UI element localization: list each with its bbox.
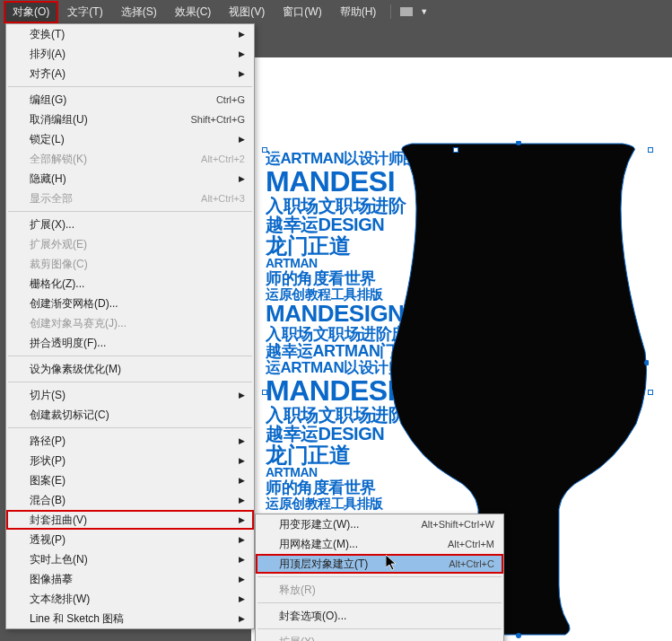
menu-item: 裁剪图像(C) xyxy=(6,254,254,274)
menu-item[interactable]: 图像描摹▶ xyxy=(6,569,254,589)
menu-type[interactable]: 文字(T) xyxy=(58,1,111,23)
submenu-arrow-icon: ▶ xyxy=(239,594,245,603)
menu-item[interactable]: 隐藏(H)▶ xyxy=(6,169,254,189)
menu-item[interactable]: 实时上色(N)▶ xyxy=(6,549,254,569)
menu-item-label: 路径(P) xyxy=(30,434,231,449)
menu-item-label: 取消编组(U) xyxy=(30,112,190,127)
menu-item[interactable]: 透视(P)▶ xyxy=(6,530,254,549)
panel-icon[interactable] xyxy=(400,7,413,16)
menu-item[interactable]: 创建裁切标记(C) xyxy=(6,405,254,425)
menu-item-label: 全部解锁(K) xyxy=(30,152,201,167)
dropdown-icon[interactable]: ▼ xyxy=(420,7,428,16)
menu-effect[interactable]: 效果(C) xyxy=(166,1,221,23)
menu-item-label: 变换(T) xyxy=(30,27,231,42)
submenu-arrow-icon: ▶ xyxy=(239,69,245,78)
selection-handle[interactable] xyxy=(648,390,653,395)
menu-view[interactable]: 视图(V) xyxy=(220,1,274,23)
submenu-item[interactable]: 用顶层对象建立(T)Alt+Ctrl+C xyxy=(256,554,503,574)
menu-item-label: 用变形建立(W)... xyxy=(279,517,421,532)
selection-handle[interactable] xyxy=(262,390,267,395)
menu-item[interactable]: 变换(T)▶ xyxy=(6,24,254,44)
menu-item: 扩展外观(E) xyxy=(6,234,254,254)
menu-item-label: 用网格建立(M)... xyxy=(279,537,448,552)
menu-item[interactable]: 文本绕排(W)▶ xyxy=(6,589,254,609)
menu-item-label: 透视(P) xyxy=(30,532,231,548)
menu-separator xyxy=(8,86,252,87)
menu-separator xyxy=(8,382,252,382)
menu-item[interactable]: 编组(G)Ctrl+G xyxy=(6,90,254,110)
object-menu: 变换(T)▶排列(A)▶对齐(A)▶编组(G)Ctrl+G取消编组(U)Shif… xyxy=(5,23,255,629)
menu-item[interactable]: 图案(E)▶ xyxy=(6,470,254,490)
menu-item-label: 释放(R) xyxy=(279,583,494,598)
submenu-arrow-icon: ▶ xyxy=(239,476,245,485)
menu-item[interactable]: 路径(P)▶ xyxy=(6,431,254,451)
menu-help[interactable]: 帮助(H) xyxy=(331,1,386,23)
menu-item[interactable]: 设为像素级优化(M) xyxy=(6,359,254,379)
submenu-arrow-icon: ▶ xyxy=(239,515,245,524)
menu-item[interactable]: Line 和 Sketch 图稿▶ xyxy=(6,609,254,628)
menu-item-label: 创建渐变网格(D)... xyxy=(30,296,245,312)
selection-handle[interactable] xyxy=(262,147,267,153)
envelope-submenu: 用变形建立(W)...Alt+Shift+Ctrl+W用网格建立(M)...Al… xyxy=(255,514,504,641)
menu-item-label: 显示全部 xyxy=(30,191,201,206)
menu-select[interactable]: 选择(S) xyxy=(112,1,166,23)
menu-item-label: 扩展(X)... xyxy=(30,217,245,233)
submenu-item: 扩展(X) xyxy=(256,632,503,641)
submenu-arrow-icon: ▶ xyxy=(239,174,245,183)
menu-item-label: 文本绕排(W) xyxy=(30,592,231,607)
menu-item[interactable]: 对齐(A)▶ xyxy=(6,64,254,83)
submenu-item[interactable]: 封套选项(O)... xyxy=(256,606,503,626)
menu-item-label: 创建裁切标记(C) xyxy=(30,408,245,423)
submenu-item[interactable]: 用变形建立(W)...Alt+Shift+Ctrl+W xyxy=(256,514,503,534)
menu-item: 全部解锁(K)Alt+Ctrl+2 xyxy=(6,149,254,169)
menu-item[interactable]: 取消编组(U)Shift+Ctrl+G xyxy=(6,110,254,129)
menu-shortcut: Shift+Ctrl+G xyxy=(190,114,245,125)
selection-handle[interactable] xyxy=(648,147,653,153)
submenu-arrow-icon: ▶ xyxy=(239,614,245,623)
selection-handle[interactable] xyxy=(453,147,458,153)
menu-item-label: 用顶层对象建立(T) xyxy=(279,557,449,572)
submenu-arrow-icon: ▶ xyxy=(239,391,245,400)
menu-item[interactable]: 栅格化(Z)... xyxy=(6,274,254,294)
menu-item-label: 扩展(X) xyxy=(279,635,494,642)
menu-item-label: 封套选项(O)... xyxy=(279,609,494,624)
submenu-arrow-icon: ▶ xyxy=(239,49,245,58)
menu-item[interactable]: 封套扭曲(V)▶ xyxy=(6,510,254,530)
menu-item-label: 图案(E) xyxy=(30,473,231,488)
menu-item[interactable]: 形状(P)▶ xyxy=(6,451,254,470)
menu-item[interactable]: 锁定(L)▶ xyxy=(6,129,254,149)
menu-shortcut: Alt+Ctrl+C xyxy=(449,558,494,569)
menu-item[interactable]: 切片(S)▶ xyxy=(6,385,254,405)
menu-item-label: 隐藏(H) xyxy=(30,171,231,187)
menu-item[interactable]: 创建渐变网格(D)... xyxy=(6,294,254,313)
menu-item[interactable]: 混合(B)▶ xyxy=(6,490,254,510)
menu-item-label: 切片(S) xyxy=(30,388,231,403)
menu-item-label: 编组(G) xyxy=(30,92,216,108)
menu-item-label: 对齐(A) xyxy=(30,66,231,82)
submenu-item[interactable]: 用网格建立(M)...Alt+Ctrl+M xyxy=(256,534,503,554)
menu-item[interactable]: 拼合透明度(F)... xyxy=(6,333,254,353)
menu-shortcut: Alt+Ctrl+M xyxy=(448,539,494,549)
submenu-arrow-icon: ▶ xyxy=(239,135,245,144)
menu-item-label: 图像描摹 xyxy=(30,572,231,587)
menu-item[interactable]: 排列(A)▶ xyxy=(6,44,254,64)
svg-point-2 xyxy=(516,633,521,638)
menu-item-label: 扩展外观(E) xyxy=(30,237,245,252)
menu-separator xyxy=(257,602,502,603)
menu-shortcut: Ctrl+G xyxy=(216,94,245,105)
submenu-arrow-icon: ▶ xyxy=(239,555,245,564)
menu-item: 显示全部Alt+Ctrl+3 xyxy=(6,189,254,208)
menu-window[interactable]: 窗口(W) xyxy=(274,1,330,23)
menu-separator xyxy=(8,356,252,356)
menu-separator xyxy=(257,628,502,629)
menu-item[interactable]: 扩展(X)... xyxy=(6,215,254,234)
menu-item-label: 栅格化(Z)... xyxy=(30,277,245,292)
menu-shortcut: Alt+Shift+Ctrl+W xyxy=(421,519,494,530)
menu-item: 创建对象马赛克(J)... xyxy=(6,313,254,333)
menu-item-label: 混合(B) xyxy=(30,493,231,508)
menu-object[interactable]: 对象(O) xyxy=(4,1,58,23)
menu-item-label: 裁剪图像(C) xyxy=(30,257,245,272)
submenu-arrow-icon: ▶ xyxy=(239,30,245,39)
submenu-item: 释放(R) xyxy=(256,580,503,600)
menu-item-label: 封套扭曲(V) xyxy=(30,513,231,528)
